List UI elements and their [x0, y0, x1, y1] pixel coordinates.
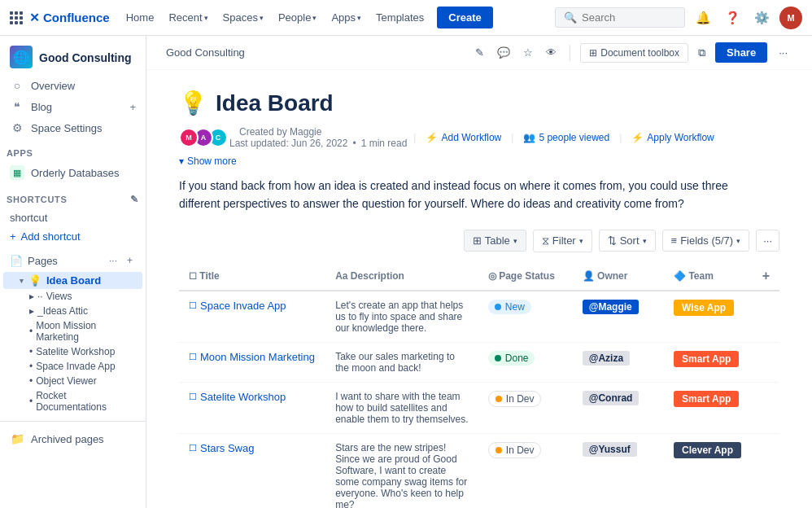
bullet-icon2: • [29, 346, 33, 357]
settings-button[interactable]: ⚙️ [750, 7, 773, 29]
page-meta: M A C Created by Maggie Last updated: Ju… [179, 126, 779, 149]
th-description: Aa Description [325, 262, 478, 291]
separator-line: | [413, 132, 416, 143]
sort-button[interactable]: ⇅ Sort ▾ [599, 230, 656, 252]
comment-icon[interactable]: 💬 [494, 43, 513, 62]
nav-people[interactable]: People▾ [272, 8, 323, 27]
show-more-label: Show more [187, 155, 237, 167]
title-text: Space Invade App [200, 300, 286, 312]
tree-item-idea-board[interactable]: ▾ 💡 Idea Board [3, 272, 142, 289]
edit-icon[interactable]: ✎ [472, 43, 487, 62]
separator1: • [352, 138, 356, 149]
sidebar-item-settings[interactable]: ⚙ Space Settings [3, 117, 142, 138]
tree-item-space-invade[interactable]: • Space Invade App [3, 359, 142, 374]
apps-section-header: APPS [0, 138, 146, 161]
confluence-logo[interactable]: ✕ Confluence [29, 11, 110, 25]
nav-templates[interactable]: Templates [369, 8, 430, 27]
apply-workflow-label: Apply Workflow [647, 132, 714, 143]
table-caret-icon: ▾ [513, 237, 517, 245]
fields-label: Fields (5/7) [680, 234, 733, 247]
cell-title: ☐ Satelite Workshop [179, 382, 325, 433]
nav-home[interactable]: Home [120, 8, 161, 27]
pages-expand[interactable]: 📄 Pages [10, 255, 58, 267]
sidebar-item-blog[interactable]: ❝ Blog + [3, 96, 142, 117]
pages-more-icon[interactable]: ··· [106, 253, 120, 268]
add-shortcut-button[interactable]: + Add shortcut [3, 227, 142, 246]
document-toolbox-button[interactable]: ⊞ Document toolbox [580, 43, 688, 63]
tree-item-object-viewer[interactable]: • Object Viewer [3, 374, 142, 388]
sidebar-item-orderly[interactable]: ▦ Orderly Databases [3, 161, 142, 184]
owner-tag: @Yussuf [583, 442, 637, 457]
notifications-button[interactable]: 🔔 [692, 7, 714, 29]
status-badge: New [488, 300, 531, 314]
tree-item-views[interactable]: ▸ ·· Views [3, 289, 142, 304]
grid-menu-icon[interactable] [10, 11, 23, 24]
user-avatar[interactable]: M [779, 7, 802, 29]
tree-item-rocket-docs[interactable]: • Rocket Documentations [3, 388, 142, 414]
blog-add-icon[interactable]: + [129, 101, 136, 113]
search-box[interactable]: 🔍 [555, 7, 685, 28]
nav-apps[interactable]: Apps▾ [325, 8, 368, 27]
nav-recent[interactable]: Recent▾ [162, 8, 214, 27]
sidebar-item-label: Overview [31, 80, 75, 92]
star-icon[interactable]: ☆ [520, 43, 536, 62]
help-button[interactable]: ❓ [721, 7, 744, 29]
pages-label: Pages [28, 255, 58, 267]
page-heading: Idea Board [216, 90, 334, 116]
copy-icon[interactable]: ⧉ [695, 43, 709, 63]
show-more-button[interactable]: ▾ Show more [179, 155, 779, 167]
idea-board-icon: 💡 [28, 274, 41, 287]
read-time-text: 1 min read [361, 138, 408, 149]
fields-button[interactable]: ≡ Fields (5/7) ▾ [662, 230, 750, 252]
shortcut-label: shortcut [10, 212, 47, 224]
more-options-button[interactable]: ··· [774, 43, 792, 62]
owner-tag: @Aziza [583, 351, 630, 366]
table-view-button[interactable]: ⊞ Table ▾ [464, 230, 526, 252]
view-icon[interactable]: 👁 [543, 43, 560, 62]
bullet-icon5: • [29, 396, 33, 407]
sidebar-item-archived[interactable]: 📁 Archived pages [3, 428, 142, 449]
table-icon: ⊞ [473, 234, 482, 247]
th-desc-icon: Aa [335, 270, 347, 282]
title-link[interactable]: ☐ Moon Mission Marketing [189, 351, 316, 363]
tree-item-satelite[interactable]: • Satelite Workshop [3, 344, 142, 359]
tree-item-ideas-attic[interactable]: ▸ _Ideas Attic [3, 304, 142, 318]
apply-workflow-link[interactable]: ⚡ Apply Workflow [631, 132, 714, 143]
bullet-icon4: • [29, 375, 33, 387]
nav-spaces[interactable]: Spaces▾ [216, 8, 270, 27]
table-row: ☐ Space Invade App Let's create an app t… [179, 291, 779, 343]
sidebar-item-overview[interactable]: ○ Overview [3, 75, 142, 96]
separator3: | [619, 132, 622, 143]
shortcuts-edit-icon[interactable]: ✎ [130, 194, 139, 205]
page-description: If you stand back from how an idea is cr… [179, 177, 749, 213]
people-viewed-link[interactable]: 👥 5 people viewed [523, 132, 609, 143]
cell-description: I want to share with the team how to bui… [325, 382, 478, 433]
filter-button[interactable]: ⧖ Filter ▾ [533, 230, 592, 252]
page-content-area: 💡 Idea Board M A C Created by Maggie Las… [146, 70, 812, 508]
title-link[interactable]: ☐ Satelite Workshop [189, 391, 316, 403]
cell-owner: @Yussuf [573, 433, 664, 508]
filter-label: Filter [552, 234, 576, 247]
title-link[interactable]: ☐ Stars Swag [189, 442, 316, 454]
cell-add [753, 291, 779, 343]
th-add-col[interactable]: + [753, 262, 779, 291]
shortcut-item[interactable]: shortcut [3, 208, 142, 227]
title-link[interactable]: ☐ Space Invade App [189, 300, 316, 312]
search-icon: 🔍 [564, 11, 577, 24]
table-label: Table [485, 234, 510, 247]
tree-item-moon-mission[interactable]: • Moon Mission Marketing [3, 318, 142, 344]
workflow-icon: ⚡ [426, 132, 438, 143]
search-input[interactable] [582, 11, 676, 24]
add-workflow-link[interactable]: ⚡ Add Workflow [426, 132, 501, 143]
status-badge: Done [488, 351, 535, 366]
add-icon: + [10, 230, 16, 243]
pages-add-icon[interactable]: + [124, 253, 136, 268]
share-button[interactable]: Share [715, 42, 767, 63]
add-column-icon[interactable]: + [762, 269, 770, 282]
title-text: Satelite Workshop [200, 391, 286, 403]
toolbar-more-button[interactable]: ··· [756, 230, 779, 252]
views-caret-icon: ▸ [29, 291, 34, 302]
avatar-1: M [179, 128, 199, 147]
create-button[interactable]: Create [437, 7, 492, 28]
team-tag: Smart App [674, 351, 739, 367]
